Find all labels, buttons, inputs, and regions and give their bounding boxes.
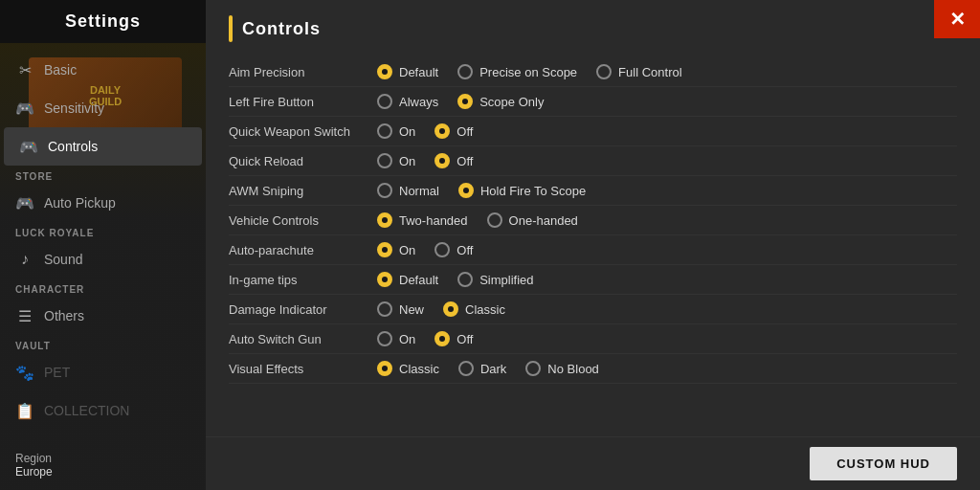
section-header: Controls: [229, 15, 957, 42]
option-item[interactable]: New: [377, 301, 424, 317]
radio-unselected[interactable]: [377, 301, 392, 317]
option-label: On: [399, 332, 415, 346]
settings-title: Settings: [0, 0, 206, 43]
option-item[interactable]: Scope Only: [457, 94, 544, 109]
option-item[interactable]: On: [377, 123, 415, 139]
option-item[interactable]: Classic: [443, 301, 505, 317]
radio-inner: [439, 336, 445, 342]
sidebar-item-sound[interactable]: ♪ Sound: [0, 240, 206, 278]
radio-inner: [439, 128, 445, 134]
options-group: AlwaysScope Only: [377, 94, 957, 109]
setting-name: Quick Weapon Switch: [229, 124, 377, 139]
radio-inner: [382, 366, 388, 371]
radio-inner: [439, 158, 445, 164]
sidebar-item-others[interactable]: ☰ Others: [0, 297, 206, 335]
auto-pickup-icon: 🎮: [15, 193, 34, 212]
radio-unselected[interactable]: [457, 272, 473, 287]
radio-selected[interactable]: [377, 272, 392, 287]
option-item[interactable]: Normal: [377, 183, 439, 198]
radio-unselected[interactable]: [377, 331, 392, 346]
radio-selected[interactable]: [443, 301, 458, 317]
options-group: OnOff: [377, 153, 957, 168]
radio-selected[interactable]: [434, 153, 450, 168]
option-label: No Blood: [547, 362, 598, 376]
option-item[interactable]: Simplified: [457, 272, 533, 287]
option-label: Classic: [465, 302, 505, 317]
setting-name: Quick Reload: [229, 154, 377, 168]
radio-selected[interactable]: [377, 64, 392, 79]
radio-unselected[interactable]: [377, 183, 392, 198]
option-item[interactable]: Always: [377, 94, 438, 109]
radio-selected[interactable]: [377, 361, 392, 376]
others-icon: ☰: [15, 306, 34, 325]
option-label: Hold Fire To Scope: [480, 184, 586, 198]
option-item[interactable]: One-handed: [487, 212, 578, 228]
option-item[interactable]: Classic: [377, 361, 439, 376]
sidebar-item-pet[interactable]: 🐾 PET: [0, 353, 206, 391]
radio-inner: [382, 277, 388, 282]
sidebar-item-sensitivity[interactable]: 🎮 Sensitivity: [0, 89, 206, 127]
radio-selected[interactable]: [434, 123, 450, 139]
setting-row: Visual EffectsClassicDarkNo Blood: [229, 354, 957, 384]
setting-name: Auto Switch Gun: [229, 332, 377, 346]
option-item[interactable]: Full Control: [596, 64, 681, 79]
option-item[interactable]: Off: [434, 242, 473, 257]
option-item[interactable]: No Blood: [525, 361, 598, 376]
radio-selected[interactable]: [377, 242, 392, 257]
option-item[interactable]: Off: [434, 331, 473, 346]
option-item[interactable]: Two-handed: [377, 212, 468, 228]
setting-row: Auto Switch GunOnOff: [229, 324, 957, 354]
radio-unselected[interactable]: [525, 361, 541, 376]
option-item[interactable]: Off: [434, 153, 473, 168]
option-label: On: [399, 124, 415, 139]
sidebar-item-collection[interactable]: 📋 COLLECTION: [0, 391, 206, 430]
radio-unselected[interactable]: [457, 64, 473, 79]
option-item[interactable]: On: [377, 242, 415, 257]
radio-unselected[interactable]: [487, 212, 502, 228]
option-item[interactable]: On: [377, 153, 415, 168]
option-label: Precise on Scope: [479, 65, 577, 79]
sidebar-nav: ✂ Basic 🎮 Sensitivity 🎮 Controls STORE 🎮…: [0, 43, 206, 440]
options-group: DefaultSimplified: [377, 272, 957, 287]
option-item[interactable]: Default: [377, 64, 438, 79]
sidebar-footer: Region Europe: [0, 440, 206, 490]
option-label: Scope Only: [479, 95, 544, 109]
sidebar-item-basic[interactable]: ✂ Basic: [0, 51, 206, 89]
store-label: STORE: [15, 171, 53, 182]
settings-grid: Aim PrecisionDefaultPrecise on ScopeFull…: [229, 57, 957, 384]
custom-hud-button[interactable]: CUSTOM HUD: [810, 447, 957, 480]
radio-unselected[interactable]: [377, 94, 392, 109]
option-label: Default: [399, 273, 438, 287]
close-button[interactable]: ✕: [934, 0, 980, 38]
radio-selected[interactable]: [457, 94, 473, 109]
sound-icon: ♪: [15, 250, 34, 269]
option-item[interactable]: On: [377, 331, 415, 346]
sidebar-item-auto-pickup[interactable]: 🎮 Auto Pickup: [0, 184, 206, 222]
option-label: Simplified: [479, 273, 533, 287]
radio-selected[interactable]: [434, 331, 450, 346]
radio-unselected[interactable]: [377, 153, 392, 168]
sidebar-item-controls[interactable]: 🎮 Controls: [4, 127, 202, 166]
setting-name: In-game tips: [229, 273, 377, 287]
radio-unselected[interactable]: [377, 123, 392, 139]
radio-unselected[interactable]: [458, 361, 474, 376]
options-group: Two-handedOne-handed: [377, 212, 957, 228]
pet-icon: 🐾: [15, 363, 34, 382]
option-label: One-handed: [509, 213, 578, 228]
option-item[interactable]: Hold Fire To Scope: [458, 183, 586, 198]
option-item[interactable]: Default: [377, 272, 438, 287]
option-label: On: [399, 154, 415, 168]
option-item[interactable]: Dark: [458, 361, 506, 376]
radio-selected[interactable]: [377, 212, 392, 228]
options-group: OnOff: [377, 123, 957, 139]
radio-inner: [462, 99, 468, 104]
option-label: Off: [457, 332, 473, 346]
radio-selected[interactable]: [458, 183, 474, 198]
option-item[interactable]: Precise on Scope: [457, 64, 577, 79]
radio-unselected[interactable]: [596, 64, 612, 79]
setting-row: Damage IndicatorNewClassic: [229, 295, 957, 324]
option-item[interactable]: Off: [434, 123, 473, 139]
region-label: Region: [15, 452, 190, 465]
radio-unselected[interactable]: [434, 242, 450, 257]
option-label: Off: [457, 243, 473, 257]
